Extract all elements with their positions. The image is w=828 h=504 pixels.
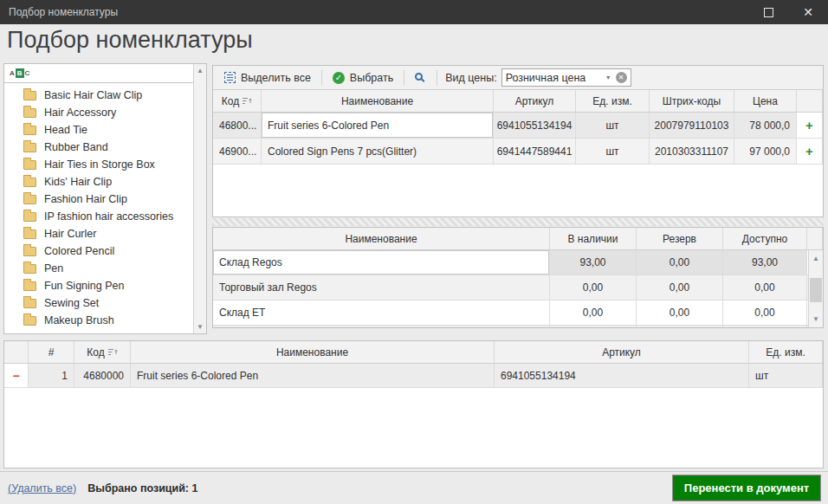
price-type-value: Розничная цена: [506, 72, 601, 84]
clear-icon[interactable]: ✕: [616, 72, 627, 83]
titlebar: Подбор номенклатуры ✕: [0, 0, 828, 24]
folder-icon: [23, 229, 36, 239]
column-header-unit[interactable]: Ед. изм.: [576, 90, 650, 112]
stock-row[interactable]: Торговый зал Regos 0,00 0,00 0,00: [213, 275, 823, 300]
column-header-reserve[interactable]: Резерв: [637, 228, 723, 249]
stock-row[interactable]: Склад Regos 93,00 0,00 93,00: [213, 250, 823, 275]
search-button[interactable]: [407, 70, 434, 85]
folder-icon: [23, 212, 36, 222]
folder-icon: [23, 108, 36, 118]
add-to-selection-button[interactable]: +: [797, 139, 823, 165]
column-header-available[interactable]: Доступно: [723, 228, 807, 249]
column-header-article[interactable]: Артикул: [494, 90, 576, 112]
check-circle-icon: ✓: [333, 72, 345, 84]
tree-filter-input[interactable]: [4, 64, 193, 82]
column-header-in-stock[interactable]: В наличии: [550, 228, 637, 249]
tree-item-fashion-hair-clip[interactable]: Fashion Hair Clip: [4, 191, 193, 208]
column-header-name[interactable]: Наименование: [262, 90, 494, 112]
stock-header-row: Наименование В наличии Резерв Доступно: [213, 228, 823, 250]
plus-icon: +: [805, 144, 813, 158]
tree-filter-row: ABC: [4, 64, 193, 83]
window-title: Подбор номенклатуры: [0, 6, 748, 18]
select-all-button[interactable]: Выделить все: [217, 69, 319, 87]
scroll-down-icon[interactable]: ▼: [809, 313, 823, 326]
folder-icon: [23, 264, 36, 274]
tree-item-pen[interactable]: Pen: [4, 260, 193, 277]
folder-icon: [23, 195, 36, 204]
selected-item-row[interactable]: − 1 4680000 Fruit series 6-Colored Pen 6…: [4, 364, 823, 388]
tree-item-fun-signing-pen[interactable]: Fun Signing Pen: [4, 277, 193, 294]
product-row[interactable]: 46900... Colored Sign Pens 7 pcs(Glitter…: [213, 139, 823, 165]
choose-button[interactable]: ✓ Выбрать: [325, 69, 401, 87]
search-icon: [415, 73, 423, 81]
stock-row[interactable]: Склад ET 0,00 0,00 0,00: [213, 300, 823, 326]
column-header-name[interactable]: Наименование: [131, 341, 495, 363]
scroll-down-icon[interactable]: ▼: [194, 320, 206, 333]
tree-item-kids-hair-clip[interactable]: Kids' Hair Clip: [4, 173, 193, 191]
tree-item-colored-pencil[interactable]: Colored Pencil: [4, 242, 193, 260]
column-header-price[interactable]: Цена: [734, 90, 797, 112]
close-icon: ✕: [803, 6, 813, 18]
column-header-unit[interactable]: Ед. изм.: [749, 341, 823, 363]
remove-item-button[interactable]: −: [4, 364, 29, 388]
chevron-down-icon[interactable]: ▼: [605, 74, 611, 81]
column-header-warehouse[interactable]: Наименование: [213, 228, 550, 249]
column-header-scroll: [807, 228, 823, 249]
column-header-add: [797, 90, 823, 112]
tree-item-basic-hair-claw-clip[interactable]: Basic Hair Claw Clip: [4, 87, 193, 104]
folder-icon: [23, 160, 36, 170]
tree-item-makeup-brush[interactable]: Makeup Brush: [4, 312, 193, 329]
horizontal-splitter[interactable]: [212, 218, 824, 226]
tree-item-hair-curler[interactable]: Hair Curler: [4, 225, 193, 242]
column-header-number[interactable]: #: [29, 341, 74, 363]
tree-item-ip-fashion-hair-accessories[interactable]: IP fashion hair accessories: [4, 208, 193, 225]
selected-items-panel: # Код Наименование Артикул Ед. изм. − 1 …: [3, 340, 824, 468]
nomenclature-picker-window: { "window": { "title": "Подбор номенклат…: [0, 0, 828, 504]
tree-item-hair-accessory[interactable]: Hair Accessory: [4, 104, 193, 121]
selected-count-label: Выбрано позиций: 1: [87, 482, 197, 494]
toolbar-separator: [437, 70, 437, 86]
stock-scrollbar[interactable]: ▲ ▼: [808, 250, 823, 327]
add-to-selection-button[interactable]: +: [797, 113, 823, 139]
scroll-up-icon[interactable]: ▲: [194, 64, 206, 77]
category-tree-panel: ABC Basic Hair Claw Clip Hair Accessory …: [3, 63, 207, 334]
tree-scrollbar[interactable]: ▲ ▼: [193, 64, 206, 333]
stock-row-partial: [213, 326, 823, 328]
column-header-code[interactable]: Код: [74, 341, 131, 363]
scroll-thumb[interactable]: [810, 278, 822, 302]
maximize-button[interactable]: [748, 0, 788, 24]
minus-icon: −: [12, 369, 19, 383]
column-header-article[interactable]: Артикул: [495, 341, 749, 363]
tree-item-rubber-band[interactable]: Rubber Band: [4, 139, 193, 156]
folder-icon: [23, 143, 36, 152]
stock-panel: Наименование В наличии Резерв Доступно С…: [212, 227, 824, 328]
tree-item-head-tie[interactable]: Head Tie: [4, 121, 193, 139]
sort-ascending-icon: [243, 97, 252, 105]
folder-icon: [23, 281, 36, 291]
tree-item-sewing-set[interactable]: Sewing Set: [4, 294, 193, 312]
tree-item-hair-ties-in-storge-box[interactable]: Hair Ties in Storge Box: [4, 156, 193, 173]
folder-icon: [23, 247, 36, 256]
category-tree: Basic Hair Claw Clip Hair Accessory Head…: [4, 85, 193, 333]
folder-icon: [23, 178, 36, 187]
remove-all-link[interactable]: (Удалить все): [8, 482, 76, 494]
scroll-up-icon[interactable]: ▲: [809, 252, 823, 265]
selection-header-row: # Код Наименование Артикул Ед. изм.: [4, 341, 823, 364]
maximize-icon: [764, 8, 773, 17]
product-row[interactable]: 46800... Fruit series 6-Colored Pen 6941…: [213, 113, 823, 139]
close-button[interactable]: ✕: [788, 0, 828, 24]
price-type-combo[interactable]: Розничная цена ▼ ✕: [501, 68, 631, 87]
folder-icon: [23, 316, 36, 326]
page-title: Подбор номенклатуры: [7, 27, 253, 54]
sort-ascending-icon: [108, 348, 118, 356]
column-header-barcodes[interactable]: Штрих-коды: [650, 90, 734, 112]
folder-icon: [23, 126, 36, 135]
toolbar-separator: [404, 70, 404, 86]
transfer-to-document-button[interactable]: Перенести в документ: [673, 475, 820, 501]
folder-icon: [23, 299, 36, 308]
toolbar-separator: [321, 70, 322, 86]
column-header-remove: [4, 341, 29, 363]
select-all-icon: [224, 72, 236, 83]
column-header-code[interactable]: Код: [213, 90, 262, 112]
products-panel: Выделить все ✓ Выбрать Вид цены: Розничн…: [212, 65, 824, 217]
